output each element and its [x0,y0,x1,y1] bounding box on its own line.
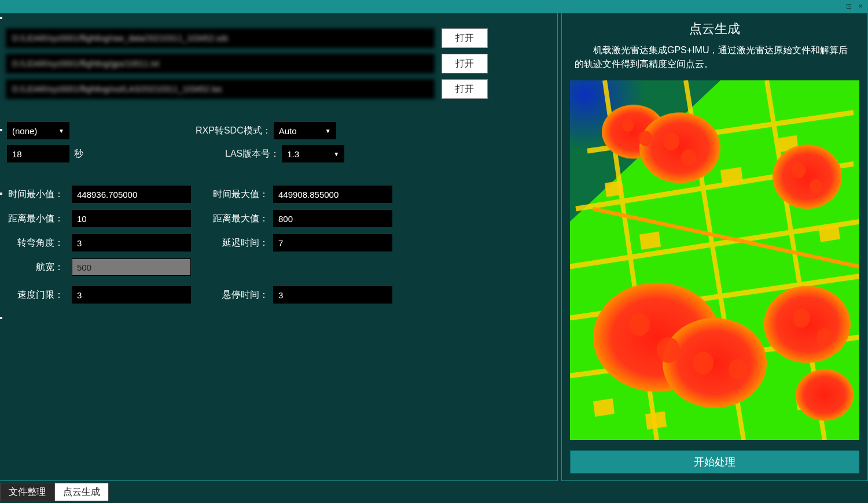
rxp-mode-select[interactable]: Auto ▼ [274,122,336,139]
svg-point-27 [638,131,652,146]
svg-point-25 [796,369,854,421]
tab-file-organize[interactable]: 文件整理 [0,483,54,501]
section-marker [0,193,2,195]
close-icon[interactable]: × [856,2,865,10]
section-marker [0,129,2,131]
las-version-value: 1.3 [287,149,299,159]
bottom-tabs: 文件整理 点云生成 [0,481,868,503]
svg-point-21 [773,145,842,209]
caret-down-icon: ▼ [58,128,64,134]
svg-point-28 [663,132,679,150]
las-version-label: LAS版本号： [225,148,279,160]
time-max-input[interactable] [273,186,392,203]
open-button-1[interactable]: 打开 [442,28,488,48]
svg-rect-15 [819,225,840,242]
right-title: 点云生成 [570,20,859,38]
tab-pointcloud-gen[interactable]: 点云生成 [54,483,109,501]
file-path-input-3[interactable] [6,79,435,99]
svg-point-30 [792,162,806,178]
time-max-label: 时间最大值： [211,188,269,201]
svg-point-35 [729,359,747,380]
dist-min-label: 距离最小值： [6,213,64,225]
file-row-2: 打开 [6,54,488,73]
pointcloud-image [570,80,859,440]
pointcloud-preview [570,80,859,440]
speed-input[interactable] [72,286,191,304]
swath-input [72,258,191,276]
type-select[interactable]: (none) ▼ [7,122,69,139]
gps-seconds-suffix: 秒 [74,148,83,160]
open-button-2[interactable]: 打开 [442,54,488,73]
turn-angle-label: 转弯角度： [6,237,64,249]
section-marker [0,317,2,319]
svg-point-32 [629,313,650,336]
file-row-3: 打开 [6,79,488,99]
dist-max-label: 距离最大值： [211,213,269,225]
svg-point-23 [663,318,767,408]
section-marker [0,17,2,19]
svg-rect-12 [639,231,661,250]
svg-point-29 [681,149,696,166]
svg-rect-11 [605,180,624,197]
svg-point-20 [639,113,720,183]
svg-rect-13 [720,167,743,186]
caret-down-icon: ▼ [325,128,331,134]
dist-max-input[interactable] [273,210,392,227]
titlebar: ⊡ × [0,0,868,13]
delay-input[interactable] [273,234,392,252]
svg-rect-17 [645,411,667,430]
time-min-label: 时间最小值： [6,188,64,201]
dist-min-input[interactable] [72,210,191,227]
svg-point-26 [622,119,634,132]
swath-label: 航宽： [6,261,64,273]
right-panel: 点云生成 机载激光雷达集成GPS+IMU，通过激光雷达原始文件和解算后的轨迹文件… [561,13,868,481]
file-row-1: 打开 [6,28,488,48]
las-version-select[interactable]: 1.3 ▼ [282,145,344,162]
svg-point-34 [693,352,713,375]
start-processing-button[interactable]: 开始处理 [570,450,859,474]
type-select-value: (none) [12,126,37,136]
caret-down-icon: ▼ [333,151,339,157]
turn-angle-input[interactable] [72,234,191,252]
gps-seconds-input[interactable] [7,145,69,162]
right-description: 机载激光雷达集成GPS+IMU，通过激光雷达原始文件和解算后的轨迹文件得到高精度… [570,43,859,71]
file-path-input-1[interactable] [6,28,435,48]
hover-label: 悬停时间： [211,289,269,301]
rxp-mode-value: Auto [279,126,297,136]
svg-point-37 [816,328,833,346]
rxp-label: RXP转SDC模式： [196,125,271,137]
hover-input[interactable] [273,286,392,304]
svg-point-36 [793,308,810,327]
file-path-input-2[interactable] [6,54,435,73]
delay-label: 延迟时间： [211,237,269,249]
svg-rect-16 [593,398,615,417]
speed-label: 速度门限： [6,289,64,301]
dock-icon[interactable]: ⊡ [845,2,853,10]
open-button-3[interactable]: 打开 [442,79,488,99]
svg-point-33 [657,337,680,363]
svg-point-31 [810,179,822,193]
left-panel: 打开 打开 打开 (none) ▼ RXP转SDC模式： [0,13,558,481]
time-min-input[interactable] [72,186,191,203]
